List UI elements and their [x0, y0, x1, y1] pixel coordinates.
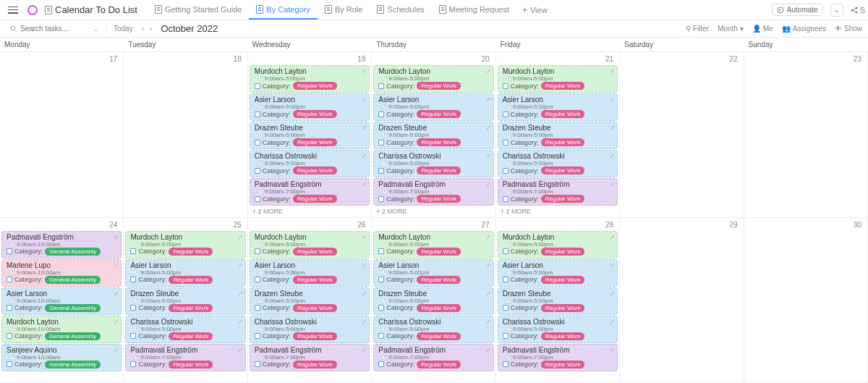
more-events[interactable]: + 2 MORE	[250, 206, 370, 216]
expand-icon[interactable]: ⤢	[610, 290, 615, 297]
expand-icon[interactable]: ⤢	[610, 96, 615, 103]
expand-icon[interactable]: ⤢	[362, 125, 367, 131]
day-cell-26[interactable]: 26 ⤢ Murdoch Layton 9:00am-5:00pm Catego…	[248, 218, 372, 384]
expand-icon[interactable]: ⤢	[486, 96, 491, 103]
expand-icon[interactable]: ⤢	[486, 290, 491, 297]
tab-by-role[interactable]: By Role	[318, 0, 370, 20]
add-view-button[interactable]: +View	[516, 5, 553, 15]
expand-icon[interactable]: ⤢	[610, 68, 615, 75]
expand-icon[interactable]: ⤢	[610, 181, 615, 188]
event-card[interactable]: ⤢ Padmavati Engström 9:00am-10:00am Cate…	[1, 231, 122, 258]
event-card[interactable]: ⤢ Murdoch Layton 9:00am-5:00pm Category:…	[373, 65, 493, 93]
event-card[interactable]: ⤢ Padmavati Engström 9:00am-7:00pm Categ…	[498, 178, 618, 206]
expand-icon[interactable]: ⤢	[610, 125, 615, 131]
event-card[interactable]: ⤢ Padmavati Engström 9:00am-7:00pm Categ…	[373, 178, 493, 206]
day-cell-25[interactable]: 25 ⤢ Murdoch Layton 9:00am-5:00pm Catego…	[124, 218, 247, 384]
expand-icon[interactable]: ⤢	[362, 347, 367, 353]
expand-icon[interactable]: ⤢	[114, 234, 119, 240]
event-card[interactable]: ⤢ Asier Larson 9:00am-5:00pm Category: R…	[373, 259, 493, 287]
automate-button[interactable]: Automate	[772, 4, 823, 16]
expand-icon[interactable]: ⤢	[114, 290, 119, 297]
me-filter[interactable]: 👤Me	[752, 25, 773, 33]
event-card[interactable]: ⤢ Padmavati Engström 9:00am-7:00pm Categ…	[250, 344, 370, 371]
expand-icon[interactable]: ⤢	[114, 347, 119, 353]
event-card[interactable]: ⤢ Drazen Steube 9:00am-5:00pm Category: …	[250, 122, 370, 149]
tab-by-category[interactable]: By Category	[249, 0, 318, 20]
expand-icon[interactable]: ⤢	[610, 234, 615, 240]
day-cell-29[interactable]: 29	[620, 218, 744, 384]
day-cell-23[interactable]: 23	[744, 52, 868, 218]
expand-icon[interactable]: ⤢	[238, 234, 243, 240]
expand-icon[interactable]: ⤢	[362, 290, 367, 297]
expand-icon[interactable]: ⤢	[486, 153, 491, 159]
event-card[interactable]: ⤢ Murdoch Layton 9:00am-5:00pm Category:…	[250, 65, 370, 93]
expand-icon[interactable]: ⤢	[486, 68, 491, 75]
share-button[interactable]: S	[851, 6, 865, 14]
more-events[interactable]: + 2 MORE	[373, 206, 493, 216]
event-card[interactable]: ⤢ Asier Larson 9:00am-5:00pm Category: R…	[498, 93, 618, 121]
expand-icon[interactable]: ⤢	[362, 234, 367, 240]
expand-icon[interactable]: ⤢	[238, 262, 243, 269]
event-card[interactable]: ⤢ Murdoch Layton 9:00am-5:00pm Category:…	[125, 231, 245, 258]
event-card[interactable]: ⤢ Charissa Ostrowski 9:00am-5:00pm Categ…	[125, 316, 245, 343]
expand-icon[interactable]: ⤢	[362, 96, 367, 103]
event-card[interactable]: ⤢ Charissa Ostrowski 9:00am-5:00pm Categ…	[498, 150, 618, 177]
expand-icon[interactable]: ⤢	[362, 262, 367, 269]
event-card[interactable]: ⤢ Murdoch Layton 9:00am-10:00am Category…	[1, 316, 122, 343]
filter-button[interactable]: ⚲Filter	[686, 25, 709, 33]
event-card[interactable]: ⤢ Asier Larson 9:00am-5:00pm Category: R…	[250, 259, 370, 287]
event-card[interactable]: ⤢ Drazen Steube 9:00am-5:00pm Category: …	[250, 287, 370, 315]
event-card[interactable]: ⤢ Charissa Ostrowski 9:00am-5:00pm Categ…	[250, 316, 370, 343]
event-card[interactable]: ⤢ Asier Larson 9:00am-10:00am Category: …	[1, 287, 122, 315]
month-selector[interactable]: Month▾	[718, 25, 744, 33]
expand-icon[interactable]: ⤢	[362, 181, 367, 188]
event-card[interactable]: ⤢ Drazen Steube 9:00am-5:00pm Category: …	[373, 287, 493, 315]
event-card[interactable]: ⤢ Drazen Steube 9:00am-5:00pm Category: …	[498, 287, 618, 315]
day-cell-22[interactable]: 22	[620, 52, 744, 218]
day-cell-17[interactable]: 17	[0, 52, 124, 218]
event-card[interactable]: ⤢ Asier Larson 9:00am-5:00pm Category: R…	[125, 259, 245, 287]
event-card[interactable]: ⤢ Charissa Ostrowski 9:00am-5:00pm Categ…	[498, 316, 618, 343]
more-events[interactable]: + 2 MORE	[498, 206, 618, 216]
expand-icon[interactable]: ⤢	[486, 234, 491, 240]
event-card[interactable]: ⤢ Drazen Steube 9:00am-5:00pm Category: …	[498, 122, 618, 149]
day-cell-30[interactable]: 30	[744, 218, 868, 384]
event-card[interactable]: ⤢ Marlene Lupo 9:00am-10:00am Category: …	[1, 259, 122, 287]
prev-month[interactable]: ‹	[139, 25, 147, 33]
event-card[interactable]: ⤢ Murdoch Layton 9:00am-5:00pm Category:…	[498, 231, 618, 258]
expand-icon[interactable]: ⤢	[486, 181, 491, 188]
day-cell-27[interactable]: 27 ⤢ Murdoch Layton 9:00am-5:00pm Catego…	[372, 218, 495, 384]
search-dropdown[interactable]: ⌄	[93, 25, 98, 33]
event-card[interactable]: ⤢ Padmavati Engström 9:00am-7:00pm Categ…	[250, 178, 370, 206]
day-cell-28[interactable]: 28 ⤢ Murdoch Layton 9:00am-5:00pm Catego…	[496, 218, 620, 384]
event-card[interactable]: ⤢ Murdoch Layton 9:00am-5:00pm Category:…	[250, 231, 370, 258]
event-card[interactable]: ⤢ Padmavati Engström 9:00am-7:00pm Categ…	[373, 344, 493, 371]
event-card[interactable]: ⤢ Murdoch Layton 9:00am-5:00pm Category:…	[373, 231, 493, 258]
event-card[interactable]: ⤢ Sanjeev Aquino 9:00am-10:00am Category…	[1, 344, 122, 371]
event-card[interactable]: ⤢ Drazen Steube 9:00am-5:00pm Category: …	[373, 122, 493, 149]
automate-dropdown[interactable]: ⌄	[830, 4, 843, 17]
expand-icon[interactable]: ⤢	[114, 262, 119, 269]
event-card[interactable]: ⤢ Padmavati Engström 9:00am-7:00pm Categ…	[498, 344, 618, 371]
event-card[interactable]: ⤢ Asier Larson 9:00am-5:00pm Category: R…	[373, 93, 493, 121]
expand-icon[interactable]: ⤢	[114, 319, 119, 325]
day-cell-19[interactable]: 19 ⤢ Murdoch Layton 9:00am-5:00pm Catego…	[248, 52, 372, 218]
menu-button[interactable]	[3, 0, 23, 20]
event-card[interactable]: ⤢ Charissa Ostrowski 9:00am-5:00pm Categ…	[373, 316, 493, 343]
today-button[interactable]: Today	[114, 25, 133, 33]
expand-icon[interactable]: ⤢	[238, 347, 243, 353]
event-card[interactable]: ⤢ Padmavati Engström 9:00am-7:00pm Categ…	[125, 344, 245, 371]
show-button[interactable]: 👁Show	[835, 25, 862, 33]
expand-icon[interactable]: ⤢	[486, 347, 491, 353]
tab-schedules[interactable]: Schedules	[370, 0, 431, 20]
event-card[interactable]: ⤢ Charissa Ostrowski 9:00am-5:00pm Categ…	[373, 150, 493, 177]
expand-icon[interactable]: ⤢	[486, 319, 491, 325]
expand-icon[interactable]: ⤢	[610, 319, 615, 325]
event-card[interactable]: ⤢ Murdoch Layton 9:00am-5:00pm Category:…	[498, 65, 618, 93]
tab-meeting-request[interactable]: Meeting Request	[432, 0, 516, 20]
day-cell-18[interactable]: 18	[124, 52, 247, 218]
event-card[interactable]: ⤢ Asier Larson 9:00am-5:00pm Category: R…	[250, 93, 370, 121]
day-cell-21[interactable]: 21 ⤢ Murdoch Layton 9:00am-5:00pm Catego…	[496, 52, 620, 218]
expand-icon[interactable]: ⤢	[610, 262, 615, 269]
event-card[interactable]: ⤢ Drazen Steube 9:00am-5:00pm Category: …	[125, 287, 245, 315]
